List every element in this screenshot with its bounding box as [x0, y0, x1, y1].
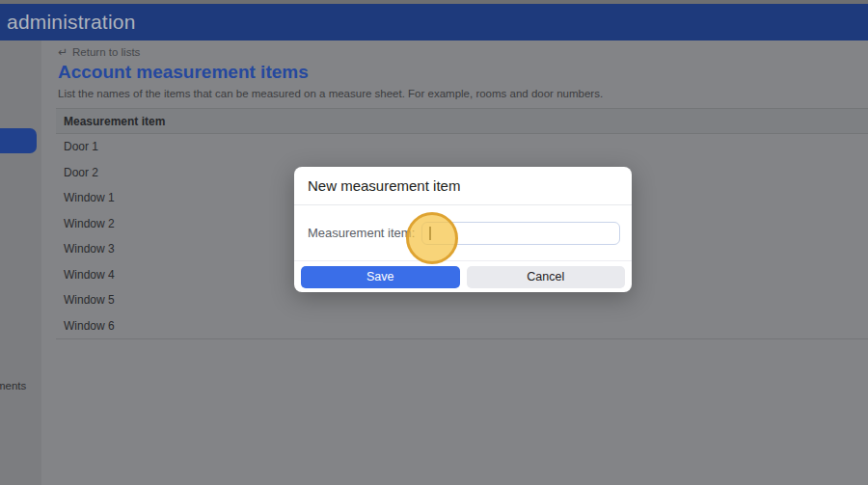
modal-body: Measurement item:	[294, 205, 632, 260]
return-to-lists-label: Return to lists	[72, 46, 140, 58]
table-row[interactable]: Door 1	[56, 134, 868, 160]
app-header-title: administration	[7, 11, 136, 34]
table-row[interactable]: Window 6	[56, 313, 868, 339]
table-header-measurement-item: Measurement item	[56, 109, 868, 134]
app-header: administration	[0, 4, 868, 40]
measurement-item-label: Measurement item:	[308, 226, 415, 240]
click-highlight-circle	[406, 212, 458, 264]
return-arrow-icon: ↵	[58, 46, 68, 58]
page-title: Account measurement items	[58, 62, 309, 83]
modal-title: New measurement item	[308, 177, 460, 194]
return-to-lists-link[interactable]: ↵ Return to lists	[58, 46, 140, 58]
new-measurement-modal: New measurement item Measurement item: S…	[294, 167, 632, 292]
sidebar-active-item[interactable]	[0, 128, 37, 153]
save-button[interactable]: Save	[301, 266, 460, 288]
modal-header: New measurement item	[294, 167, 632, 205]
page-description: List the names of the items that can be …	[58, 88, 603, 99]
sidebar-item-label-partial[interactable]: ments	[0, 380, 26, 391]
cancel-button[interactable]: Cancel	[467, 266, 626, 288]
modal-footer: Save Cancel	[294, 260, 632, 292]
sidebar: ments	[0, 40, 41, 485]
